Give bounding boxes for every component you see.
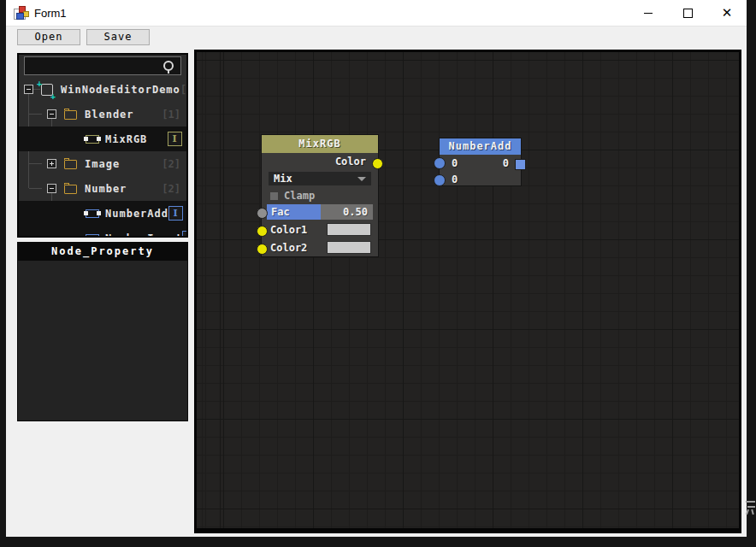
open-button[interactable]: Open	[17, 29, 80, 45]
clamp-label: Clamp	[284, 190, 315, 202]
numberadd-input1-value: 0	[452, 157, 458, 169]
minimize-icon	[644, 13, 653, 14]
folder-icon	[64, 160, 77, 169]
node-mixrgb[interactable]: MixRGB Color Mix Clamp Fac 0.50 Color1	[261, 134, 379, 257]
maximize-icon	[683, 9, 693, 18]
tree-item-label: MixRGB	[105, 133, 147, 145]
mixrgb-color1-input-socket[interactable]	[257, 226, 268, 237]
blend-mode-value: Mix	[274, 173, 292, 185]
sidebar-item-blender[interactable]: Blender [1]	[19, 102, 186, 126]
fac-label: Fac	[271, 206, 290, 218]
desktop-icon-text-fragment	[746, 500, 756, 515]
expand-icon[interactable]	[47, 159, 56, 168]
close-button[interactable]: ✕	[707, 0, 747, 26]
blend-mode-dropdown[interactable]: Mix	[269, 172, 371, 185]
add-node-icon-button[interactable]	[168, 132, 182, 146]
numberadd-input2-value: 0	[452, 174, 458, 185]
tree-item-label: WinNodeEditorDemo	[61, 84, 180, 96]
fac-slider-fill: Fac	[267, 204, 321, 220]
node-numberadd-title[interactable]: NumberAdd	[440, 138, 521, 155]
sidebar-item-number[interactable]: Number [2]	[19, 176, 186, 201]
child-count-badge: [10]	[180, 84, 188, 96]
desktop: { "titlebar": { "title": "Form1" }, "too…	[0, 0, 756, 547]
tree-item-label: Blender	[85, 109, 134, 121]
mixrgb-node-icon	[86, 135, 99, 144]
sidebar-item-image[interactable]: Image [2]	[19, 151, 186, 176]
add-node-icon-button[interactable]	[168, 206, 183, 221]
numberadd-output-value: 0	[503, 157, 509, 169]
collapse-icon[interactable]	[47, 184, 56, 193]
tree-item-label: Image	[85, 158, 120, 170]
add-node-icon-button[interactable]	[182, 231, 188, 238]
numberadd-output-socket[interactable]	[515, 159, 526, 170]
sidebar-item-winnodeeditordemo[interactable]: WinNodeEditorDemo [10]	[19, 77, 186, 102]
maximize-button[interactable]	[668, 0, 707, 26]
sidebar-item-numberinput[interactable]: NumberInput	[19, 226, 186, 238]
mixrgb-color2-input-socket[interactable]	[257, 244, 268, 255]
node-property-title: Node_Property	[18, 243, 187, 261]
tree-item-label: NumberAdd	[105, 208, 168, 220]
color1-label: Color1	[270, 224, 307, 236]
sidebar-item-numberadd[interactable]: NumberAdd	[19, 201, 186, 226]
node-property-panel: Node_Property	[17, 242, 188, 421]
numberadd-node-icon	[86, 209, 99, 218]
node-mixrgb-title[interactable]: MixRGB	[262, 135, 378, 153]
child-count-badge: [1]	[162, 109, 180, 121]
titlebar: Form1 ✕	[6, 0, 747, 26]
color2-row: Color2	[270, 239, 371, 256]
numberadd-input1-socket[interactable]	[434, 157, 446, 169]
folder-icon	[64, 185, 77, 194]
child-count-badge: [2]	[162, 183, 180, 195]
sidebar-item-mixrgb[interactable]: MixRGB	[19, 126, 186, 151]
numberinput-node-icon	[86, 234, 99, 238]
tree-item-label: Number	[85, 183, 127, 195]
close-icon: ✕	[722, 7, 733, 20]
collapse-icon[interactable]	[47, 109, 56, 119]
fac-slider[interactable]: Fac 0.50	[267, 204, 373, 220]
folder-icon	[64, 110, 77, 120]
clamp-option: Clamp	[270, 188, 315, 203]
tree-item-label: NumberInput	[105, 232, 182, 238]
save-button[interactable]: Save	[86, 29, 150, 45]
mixrgb-fac-input-socket[interactable]	[257, 208, 268, 219]
tree-search-input[interactable]	[25, 58, 180, 75]
chevron-down-icon	[357, 177, 366, 181]
minimize-button[interactable]	[629, 0, 668, 26]
color2-swatch[interactable]	[327, 241, 371, 254]
mixrgb-output-label: Color	[335, 156, 366, 168]
fac-slider-track: 0.50	[321, 204, 373, 220]
child-count-badge: [2]	[162, 158, 180, 170]
mixrgb-color-output-socket[interactable]	[372, 158, 383, 169]
collapse-icon[interactable]	[24, 85, 33, 94]
tree-search-box	[24, 56, 181, 75]
node-editor-icon	[41, 84, 53, 96]
color1-swatch[interactable]	[327, 223, 371, 236]
node-numberadd[interactable]: NumberAdd 0 0 0	[439, 138, 522, 186]
search-icon	[163, 61, 174, 71]
color1-row: Color1	[270, 221, 371, 238]
app-window: Form1 ✕ Open Save WinNodeEditorDemo	[6, 0, 747, 537]
clamp-checkbox[interactable]	[270, 192, 278, 200]
color2-label: Color2	[270, 242, 307, 254]
window-controls: ✕	[629, 0, 747, 26]
node-canvas[interactable]: MixRGB Color Mix Clamp Fac 0.50 Color1	[194, 50, 741, 533]
app-icon	[14, 6, 27, 20]
fac-value: 0.50	[343, 206, 368, 218]
window-title: Form1	[34, 7, 67, 20]
node-tree-panel: WinNodeEditorDemo [10] Blender [1] MixRG…	[17, 53, 188, 238]
numberadd-input2-socket[interactable]	[434, 174, 446, 186]
